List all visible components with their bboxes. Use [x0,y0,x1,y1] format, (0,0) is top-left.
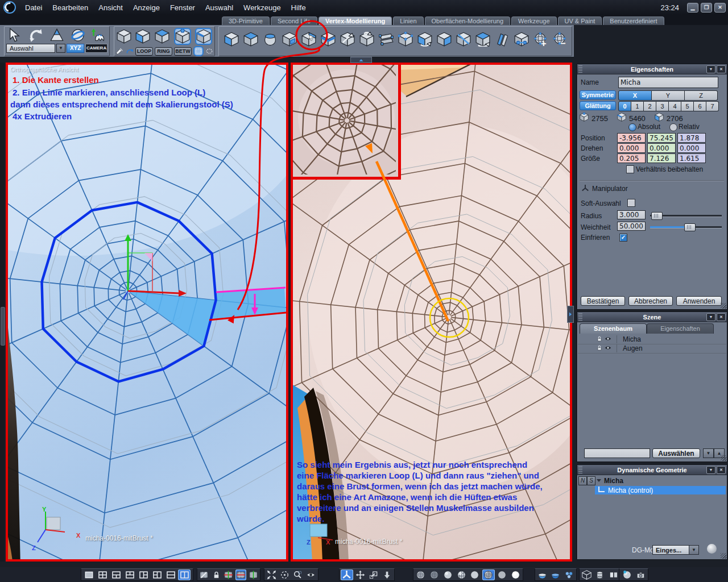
symmetry-axis-y[interactable]: Y [652,90,685,101]
uv-grid-icon[interactable] [198,569,210,580]
layout-v-split-icon[interactable] [178,569,191,580]
flat-shade-icon[interactable] [469,569,481,580]
redo-arrow-icon[interactable] [126,47,134,55]
knife-tool-icon[interactable] [338,30,356,48]
axis-tripod-icon[interactable] [341,569,353,580]
soft-select-checkbox[interactable] [627,199,635,207]
bend-edge-tool-icon[interactable] [319,30,337,48]
apply-button[interactable]: Anwenden [676,296,722,306]
panel-resize-grip[interactable] [721,303,726,309]
mirror-xy-icon[interactable] [223,569,234,580]
layout-split-bottom-icon[interactable] [110,569,122,580]
panel-close-button[interactable]: ✕ [717,65,726,73]
menu-item-hilfe[interactable]: Hilfe [286,3,311,12]
camera-toggle[interactable]: CAMERA [85,44,107,53]
extrude-face-tool-icon[interactable] [300,30,317,48]
faceted-shade-icon[interactable] [455,569,468,580]
smoothing-level-1[interactable]: 1 [631,101,644,111]
edge-mode-icon[interactable] [195,28,212,45]
layout-quad-icon[interactable] [96,569,109,580]
tab-3d-primitive[interactable]: 3D-Primitive [222,16,270,25]
dg-mode-dropdown-arrow[interactable]: ▼ [689,545,699,555]
menu-item-auswahl[interactable]: Auswahl [200,3,238,12]
bright-shade-icon[interactable] [509,569,522,580]
tab-uv-paint[interactable]: UV & Paint [558,16,602,25]
panel-resize-grip[interactable] [721,455,726,461]
transform-icon[interactable] [367,569,380,580]
vertex-cluster-icon[interactable] [563,569,575,580]
spin-face-tool-icon[interactable] [416,30,433,48]
position-y-field[interactable] [647,133,676,143]
extrude-top-tool-icon[interactable] [242,30,259,48]
dg-mode-dropdown[interactable]: Einges... [652,545,694,555]
pull-peak-tool-icon[interactable] [358,30,375,48]
wireframe-icon[interactable] [415,569,427,580]
panel-resize-grip[interactable] [721,553,726,559]
tab-eigenschaften[interactable]: Eigenschaften [647,323,714,334]
mirror-x-icon[interactable] [235,569,247,580]
cancel-button[interactable]: Abbrechen [628,296,673,306]
dg-child-item[interactable]: Micha (control) [595,486,726,494]
camera-icon[interactable] [634,569,647,580]
smoothing-level-4[interactable]: 4 [669,101,681,111]
panel-close-button[interactable]: ✕ [717,466,726,474]
ring-button[interactable]: RING [155,47,172,56]
dg-root-item[interactable]: Micha [604,477,623,485]
smoothing-level-2[interactable]: 2 [644,101,656,111]
zoom-region-icon[interactable] [292,569,304,580]
tab-szenenbaum[interactable]: Szenenbaum [580,323,647,334]
name-field[interactable] [618,77,718,88]
xyz-toggle[interactable]: XYZ [67,44,84,53]
scene-item-micha[interactable]: Micha [578,335,726,344]
smooth-shade-icon[interactable] [442,569,454,580]
layout-h-split-icon[interactable] [164,569,177,580]
visibility-eye-icon[interactable] [305,569,317,580]
flip-diagonal-tool-icon[interactable] [454,30,472,48]
close-button[interactable]: ✕ [714,3,726,13]
drop-down-icon[interactable] [381,569,394,580]
smoothing-level-5[interactable]: 5 [681,101,694,111]
select-arrow-icon[interactable] [7,28,22,43]
panel-grip[interactable] [578,466,582,473]
rotate-face-tool-icon[interactable] [474,30,491,48]
menu-item-ansicht[interactable]: Ansicht [93,3,128,12]
face-mode-icon[interactable] [135,28,150,45]
rotation-x-field[interactable] [617,143,646,153]
relative-radio[interactable] [669,123,677,131]
bowl-shaded-icon[interactable] [549,569,561,580]
tab-oberfl-chen-modellierung[interactable]: Oberflächen-Modellierung [425,16,511,25]
softness-slider[interactable] [650,226,722,228]
wire-cube-icon[interactable] [581,569,593,580]
selection-dropdown-arrow[interactable]: ▼ [56,44,66,53]
move-down-button[interactable]: ▼ [703,448,714,458]
slab-mode-icon[interactable] [155,28,169,45]
size-z-field[interactable] [677,153,706,163]
mirror-sheet-tool-icon[interactable] [493,30,511,48]
radius-field[interactable] [617,210,646,219]
menu-item-werkzeuge[interactable]: Werkzeuge [238,3,286,12]
panel-menu-button[interactable]: ▼ [706,313,715,321]
smoothing-level-6[interactable]: 6 [694,101,706,111]
inset-face-tool-icon[interactable] [280,30,298,48]
layout-split-left-icon[interactable] [151,569,163,580]
ghost-move-icon[interactable] [92,28,106,43]
translate-icon[interactable] [354,569,367,580]
menu-item-anzeige[interactable]: Anzeige [128,3,165,12]
weld-tool-icon[interactable] [512,30,530,48]
scene-filter-input[interactable] [584,448,650,458]
vertex-mode-icon[interactable] [174,28,191,45]
orbit-center-icon[interactable] [279,569,291,580]
symmetry-button[interactable]: Symmetrie [580,90,616,99]
scene-title-bar[interactable]: Szene ▼✕ [577,312,727,322]
dg-wave-icon[interactable]: N [578,476,587,485]
tree-expander-icon[interactable] [597,479,601,482]
lock-selection-icon[interactable] [211,569,222,580]
eye-icon[interactable] [604,335,612,344]
split-vertices-tool-icon[interactable] [396,30,414,48]
smoothing-level-7[interactable]: 7 [706,101,719,111]
dg-spline-icon[interactable]: S [587,476,595,485]
cap-tool-icon[interactable] [435,30,453,48]
menu-item-datei[interactable]: Datei [20,3,47,12]
tab-werkzeuge[interactable]: Werkzeuge [511,16,556,25]
maximize-button[interactable]: ❒ [701,3,712,13]
